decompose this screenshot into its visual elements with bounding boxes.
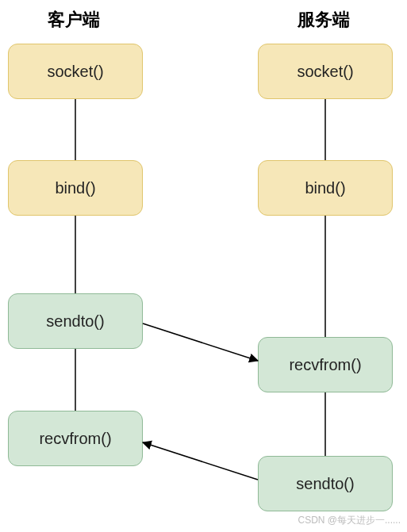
- client-sendto-label: sendto(): [46, 312, 104, 331]
- watermark: CSDN @每天进步一......: [298, 514, 401, 527]
- client-bind-node: bind(): [8, 160, 143, 216]
- server-recvfrom-label: recvfrom(): [289, 356, 361, 374]
- server-sendto-label: sendto(): [296, 475, 354, 493]
- server-socket-node: socket(): [258, 44, 393, 99]
- client-recvfrom-label: recvfrom(): [39, 430, 111, 448]
- server-header: 服务端: [298, 8, 350, 32]
- server-recvfrom-node: recvfrom(): [258, 337, 393, 392]
- server-bind-label: bind(): [305, 179, 345, 197]
- client-socket-label: socket(): [47, 63, 103, 81]
- client-sendto-node: sendto(): [8, 293, 143, 349]
- server-socket-label: socket(): [297, 63, 353, 81]
- server-sendto-node: sendto(): [258, 456, 393, 511]
- client-recvfrom-node: recvfrom(): [8, 411, 143, 466]
- client-socket-node: socket(): [8, 44, 143, 99]
- edge-client-sendto-to-server-recv: [143, 323, 258, 361]
- edge-server-sendto-to-client-recv: [143, 442, 258, 480]
- client-bind-label: bind(): [55, 179, 95, 197]
- client-header: 客户端: [48, 8, 100, 32]
- server-bind-node: bind(): [258, 160, 393, 216]
